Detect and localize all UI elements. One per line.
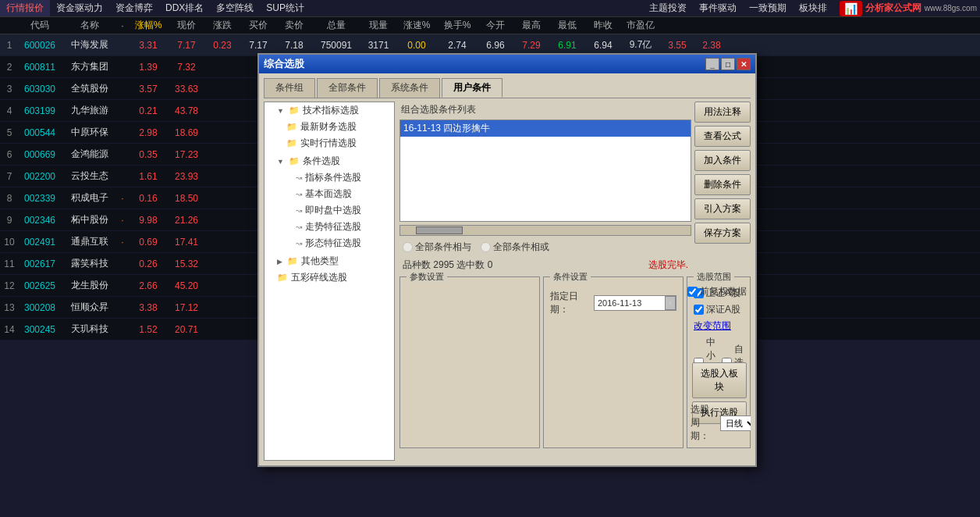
status-link[interactable]: 选股完毕. <box>648 258 688 272</box>
tree-item-realtime[interactable]: 📁 实时行情选股 <box>265 135 394 152</box>
cell-price: 18.69 <box>169 127 204 138</box>
tree-item-pattern[interactable]: ↝ 形态特征选股 <box>265 235 394 251</box>
btn-save-plan[interactable]: 保存方案 <box>694 223 751 244</box>
period-label: 选股周期： <box>691 403 717 443</box>
cell-name: 积成电子 <box>62 191 117 205</box>
h-scrollbar[interactable] <box>399 225 691 236</box>
tree-item-conditions[interactable]: ▼ 📁 条件选股 <box>265 153 394 169</box>
cell-price: 33.63 <box>169 84 204 94</box>
cell-pct: 9.98 <box>128 215 169 226</box>
dialog-minimize-button[interactable]: _ <box>705 58 719 70</box>
radio-or[interactable]: 全部条件相或 <box>481 241 549 254</box>
tab-condition-group[interactable]: 条件组 <box>264 78 315 98</box>
cell-price: 17.12 <box>169 302 204 313</box>
btn-delete-condition[interactable]: 删除条件 <box>694 174 751 195</box>
btn-import-plan[interactable]: 引入方案 <box>694 198 751 219</box>
dialog-stock-selector: 综合选股 _ □ ✕ 条件组 全部条件 系统条件 用户条件 ▼ <box>257 53 757 467</box>
condition-tree[interactable]: ▼ 📁 技术指标选股 📁 最新财务选股 📁 实时行情选股 ▼ 📁 <box>264 102 395 461</box>
cell-price: 18.50 <box>169 193 204 204</box>
cell-idx: 4 <box>2 105 17 116</box>
period-select[interactable]: 日线 周线 月线 分钟 <box>720 415 751 431</box>
menu-item-event[interactable]: 事件驱动 <box>693 0 743 16</box>
cell-pct: 3.57 <box>128 84 169 94</box>
scrollbar-thumb <box>416 226 463 234</box>
col-mktcap: 市盈亿 <box>621 19 660 32</box>
condition-list[interactable]: 16-11-13 四边形擒牛 <box>399 119 691 222</box>
dialog-close-button[interactable]: ✕ <box>737 58 751 70</box>
date-dropdown-button[interactable]: ▼ <box>665 296 676 310</box>
tree-item-tech-index[interactable]: ▼ 📁 技术指标选股 <box>265 102 394 119</box>
cell-pct: 1.61 <box>128 171 169 182</box>
cell-high: 7.29 <box>513 40 549 51</box>
col-high: 最高 <box>513 19 549 32</box>
cell-low: 6.91 <box>549 40 585 51</box>
cell-name: 中海发展 <box>62 38 117 52</box>
cond-item-0[interactable]: 16-11-13 四边形擒牛 <box>400 120 691 137</box>
col-sell: 卖价 <box>276 19 312 32</box>
right-panel: 组合选股条件列表 16-11-13 四边形擒牛 <box>399 102 751 461</box>
tree-item-fundamental[interactable]: ↝ 基本面选股 <box>265 186 394 202</box>
date-label: 指定日期： <box>550 290 591 316</box>
col-vol: 总量 <box>312 19 360 32</box>
menu-item-consensus[interactable]: 一致预期 <box>743 0 793 16</box>
menu-item-theme[interactable]: 主题投资 <box>643 0 693 16</box>
tree-item-others[interactable]: ▶ 📁 其他类型 <box>265 253 394 269</box>
tab-system-conditions[interactable]: 系统条件 <box>379 78 440 98</box>
menu-item-capital-game[interactable]: 资金博弈 <box>109 0 159 16</box>
tree-item-financial[interactable]: 📁 最新财务选股 <box>265 119 394 135</box>
cell-price: 45.20 <box>169 280 204 291</box>
menu-item-sector[interactable]: 板块排 <box>793 0 833 16</box>
cell-turn: 2.74 <box>437 40 478 51</box>
date-input[interactable] <box>595 297 665 309</box>
cell-code: 600026 <box>17 40 62 51</box>
radio-options: 全部条件相与 全部条件相或 <box>399 239 691 255</box>
menu-item-capital-drive[interactable]: 资金驱动力 <box>50 0 109 16</box>
cell-price: 43.78 <box>169 105 204 116</box>
cell-chg: 0.23 <box>204 40 240 51</box>
cell-idx: 8 <box>2 193 17 204</box>
col-name: 名称 <box>62 19 117 32</box>
tree-item-trend[interactable]: ↝ 走势特征选股 <box>265 219 394 235</box>
check-adjust-price[interactable]: 前复权数据 <box>687 285 747 298</box>
cell-extra1: 3.55 <box>660 40 694 51</box>
menu-item-quotes[interactable]: 行情报价 <box>0 0 50 16</box>
btn-add-condition[interactable]: 加入条件 <box>694 150 751 171</box>
cell-name: 天玑科技 <box>62 323 117 336</box>
cell-idx: 5 <box>2 127 17 138</box>
cell-idx: 14 <box>2 324 17 335</box>
dialog-restore-button[interactable]: □ <box>721 58 735 70</box>
menu-item-longshort[interactable]: 多空阵线 <box>210 0 260 16</box>
cell-pct: 0.26 <box>128 258 169 269</box>
date-field-container: ▼ <box>594 295 676 311</box>
action-buttons: 用法注释 查看公式 加入条件 删除条件 引入方案 保存方案 <box>694 102 751 273</box>
cell-mktcap: 9.7亿 <box>621 38 660 52</box>
scope-panel: 选股范围 上证A股 深证A股 改变范围 <box>687 276 751 448</box>
btn-view-formula[interactable]: 查看公式 <box>694 126 751 147</box>
cell-price: 21.26 <box>169 215 204 226</box>
cond-setting-panel: 条件设置 指定日期： ▼ <box>543 276 684 448</box>
radio-and[interactable]: 全部条件相与 <box>403 241 471 254</box>
tree-item-intraday[interactable]: ↝ 即时盘中选股 <box>265 202 394 219</box>
scope-check-shenzhen[interactable]: 深证A股 <box>694 303 740 316</box>
btn-usage[interactable]: 用法注释 <box>694 102 751 123</box>
tab-user-conditions[interactable]: 用户条件 <box>442 78 502 98</box>
scope-right-options: 前复权数据 <box>687 285 747 298</box>
cell-price: 17.41 <box>169 237 204 248</box>
col-cur: 现量 <box>360 19 396 32</box>
tree-item-index-cond[interactable]: ↝ 指标条件选股 <box>265 169 394 186</box>
tree-item-colorful[interactable]: 📁 五彩碎线选股 <box>265 269 394 286</box>
dialog-titlebar[interactable]: 综合选股 _ □ ✕ <box>259 55 755 73</box>
cell-pct: 2.66 <box>128 280 169 291</box>
menu-item-sup[interactable]: SUP统计 <box>260 0 311 16</box>
cell-name: 金鸿能源 <box>62 148 117 161</box>
date-input-row: 指定日期： ▼ <box>547 287 680 319</box>
tab-all-conditions[interactable]: 全部条件 <box>317 78 378 98</box>
cell-code: 000669 <box>17 149 62 160</box>
cell-pct: 1.39 <box>128 62 169 73</box>
scope-change-range[interactable]: 改变范围 <box>694 319 731 333</box>
cell-code: 300245 <box>17 324 62 335</box>
cell-code: 002625 <box>17 280 62 291</box>
menu-item-ddx[interactable]: DDX排名 <box>159 0 210 16</box>
cond-panel-title: 条件设置 <box>550 271 591 283</box>
btn-add-to-sector[interactable]: 选股入板块 <box>692 362 747 398</box>
